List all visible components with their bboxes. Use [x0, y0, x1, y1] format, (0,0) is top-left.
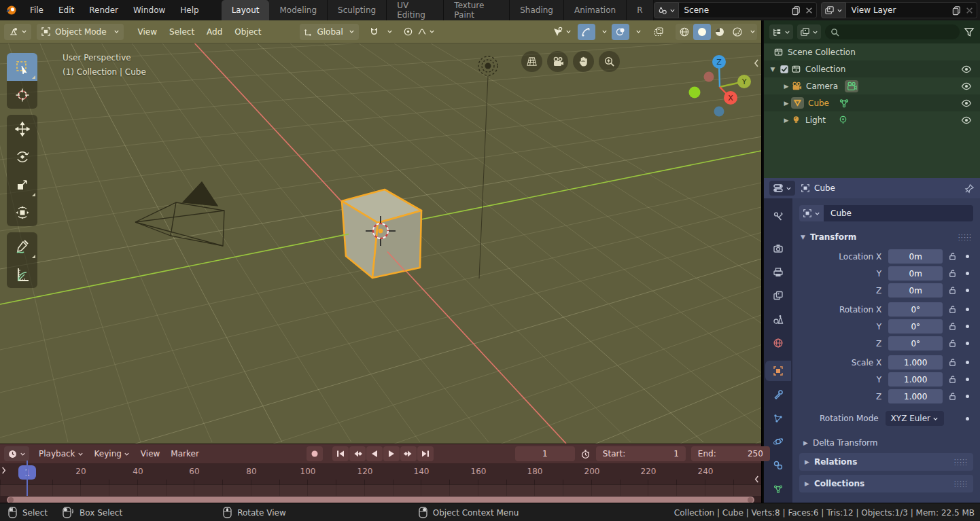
tab-particles[interactable]: [767, 408, 790, 429]
timeline-track-area[interactable]: [0, 484, 761, 496]
expand-arrow-icon[interactable]: ▶: [782, 83, 791, 90]
panel-grip-icon[interactable]: ::::::::::: [958, 234, 972, 240]
show-gizmo-toggle[interactable]: [578, 24, 595, 40]
location-y-field[interactable]: 0m: [888, 266, 943, 281]
rotation-x-field[interactable]: 0°: [888, 302, 943, 317]
animate-dot[interactable]: [962, 417, 973, 420]
expand-arrow-icon[interactable]: ▼: [768, 66, 777, 73]
rotation-mode-dropdown[interactable]: XYZ Euler: [886, 411, 944, 426]
proportional-editing-toggle[interactable]: [400, 24, 417, 40]
menu-select[interactable]: Select: [163, 27, 200, 37]
animate-dot[interactable]: [962, 378, 973, 381]
view-layer-browse-button[interactable]: [821, 2, 846, 18]
overlays-settings-dropdown[interactable]: [632, 24, 643, 40]
gizmo-settings-dropdown[interactable]: [598, 24, 609, 40]
lock-icon[interactable]: [943, 305, 962, 314]
animate-dot[interactable]: [962, 325, 973, 328]
outliner-search-input[interactable]: [825, 24, 960, 39]
timeline-collapse-arrow-right[interactable]: [754, 475, 760, 484]
hide-in-viewport-toggle[interactable]: [961, 81, 972, 92]
outliner-filter-id-dropdown[interactable]: [797, 24, 821, 39]
shading-solid-button[interactable]: [693, 24, 711, 40]
delta-transform-panel[interactable]: ▶ Delta Transform: [803, 438, 972, 448]
animate-dot[interactable]: [962, 342, 973, 345]
tab-world[interactable]: [767, 333, 790, 353]
tab-tool[interactable]: [767, 206, 790, 227]
snap-settings-dropdown[interactable]: [383, 24, 394, 40]
toggle-ortho-button[interactable]: [521, 51, 542, 72]
tab-texture-paint[interactable]: Texture Paint: [444, 0, 510, 20]
next-keyframe-button[interactable]: [400, 446, 417, 461]
tool-rotate[interactable]: [7, 143, 37, 170]
timeline-editor-type-button[interactable]: [4, 446, 29, 461]
tab-layout[interactable]: Layout: [222, 0, 270, 20]
use-preview-range-button[interactable]: [580, 449, 591, 459]
snap-toggle[interactable]: [366, 24, 383, 40]
camera-view-button[interactable]: [547, 51, 568, 72]
viewport-canvas[interactable]: Z Y X User Perspective (1) Collection | …: [0, 43, 761, 444]
gizmo-neg-y-ball[interactable]: [689, 87, 701, 98]
object-name-field[interactable]: Cube: [824, 205, 973, 221]
timeline-expand-arrow-left[interactable]: [1, 466, 7, 475]
tab-object[interactable]: [765, 361, 791, 381]
tab-view-layer[interactable]: [767, 285, 790, 306]
mesh-data-icon[interactable]: [839, 98, 850, 109]
shading-settings-dropdown[interactable]: [746, 24, 757, 40]
visibility-dropdown[interactable]: [549, 24, 575, 40]
menu-keying[interactable]: Keying: [89, 449, 135, 459]
mode-dropdown[interactable]: Object Mode: [37, 24, 124, 40]
gizmo-neg-x-ball[interactable]: [704, 72, 714, 82]
panel-grip-icon[interactable]: ::::::::::: [954, 481, 968, 486]
transform-orientation-dropdown[interactable]: Global: [300, 24, 358, 40]
location-z-field[interactable]: 0m: [888, 283, 943, 298]
menu-window[interactable]: Window: [126, 0, 173, 20]
camera-object[interactable]: [135, 182, 224, 246]
lock-icon[interactable]: [943, 392, 962, 401]
tool-scale[interactable]: [7, 170, 37, 198]
xray-toggle[interactable]: [650, 24, 667, 40]
properties-editor-type-button[interactable]: [769, 181, 795, 196]
hide-in-viewport-toggle[interactable]: [961, 64, 972, 75]
checkbox-checked-icon[interactable]: [780, 65, 789, 74]
animate-dot[interactable]: [962, 289, 973, 292]
tool-cursor[interactable]: [7, 81, 37, 109]
navigation-gizmo[interactable]: Z Y X: [689, 55, 752, 117]
new-scene-icon[interactable]: [791, 5, 801, 16]
scrollbar-zoom-handle-right[interactable]: [748, 497, 753, 503]
timeline-ruler[interactable]: 20 40 60 80 100 120 140 160 180 200 220 …: [0, 463, 761, 484]
menu-object[interactable]: Object: [228, 27, 267, 37]
tab-rendering[interactable]: R: [627, 0, 653, 20]
scale-x-field[interactable]: 1.000: [888, 355, 943, 370]
rotation-y-field[interactable]: 0°: [888, 319, 943, 334]
editor-type-button[interactable]: [4, 24, 31, 40]
tab-animation[interactable]: Animation: [564, 0, 627, 20]
tool-transform[interactable]: [7, 198, 37, 226]
tool-measure[interactable]: [7, 260, 37, 288]
collections-panel-header[interactable]: ▶ Collections ::::::::::: [799, 475, 973, 492]
scene-name-field[interactable]: Scene: [679, 2, 817, 18]
menu-marker[interactable]: Marker: [165, 449, 204, 459]
new-view-layer-icon[interactable]: [951, 5, 962, 16]
animate-dot[interactable]: [962, 255, 973, 258]
tab-physics[interactable]: [767, 432, 790, 452]
tab-sculpting[interactable]: Sculpting: [328, 0, 387, 20]
frame-end-field[interactable]: End:250: [691, 446, 770, 461]
lock-icon[interactable]: [943, 269, 962, 278]
lock-icon[interactable]: [943, 322, 962, 331]
camera-data-icon[interactable]: [845, 80, 858, 92]
animate-dot[interactable]: [962, 272, 973, 275]
current-frame-field[interactable]: 1: [515, 446, 575, 461]
jump-to-start-button[interactable]: [332, 446, 349, 461]
rotation-z-field[interactable]: 0°: [888, 336, 943, 351]
hide-in-viewport-toggle[interactable]: [961, 98, 972, 109]
id-type-dropdown[interactable]: [799, 205, 824, 221]
lock-icon[interactable]: [943, 339, 962, 348]
animate-dot[interactable]: [962, 361, 973, 364]
pin-id-button[interactable]: [964, 183, 975, 194]
play-reverse-button[interactable]: [366, 446, 383, 461]
outliner-row-collection[interactable]: ▼ Collection: [764, 60, 980, 77]
tool-move[interactable]: [7, 115, 37, 143]
auto-keying-button[interactable]: [307, 446, 323, 461]
tool-select-box[interactable]: [7, 53, 37, 81]
zoom-view-button[interactable]: [599, 51, 620, 72]
